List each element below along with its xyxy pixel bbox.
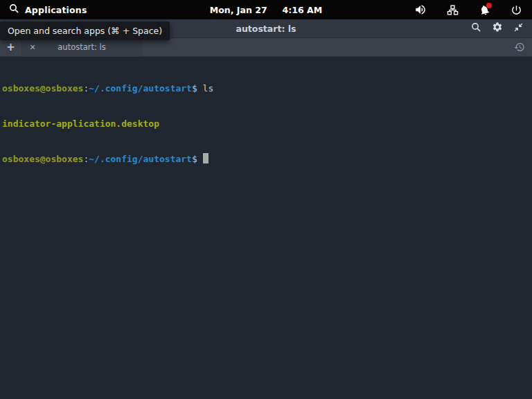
prompt-user: osboxes@osboxes — [2, 154, 83, 164]
network-icon[interactable] — [446, 3, 459, 16]
terminal-line: indicator-application.desktop — [2, 118, 532, 130]
ls-output: indicator-application.desktop — [2, 118, 159, 129]
notifications-icon[interactable] — [478, 3, 490, 16]
prompt-user: osboxes@osboxes — [2, 83, 83, 94]
prompt-path: ~/.config/autostart — [89, 154, 192, 164]
tab-autostart[interactable]: ✕ autostart: ls — [22, 38, 142, 57]
system-tray — [414, 3, 532, 16]
tab-label: autostart: ls — [22, 42, 141, 52]
applications-label: Applications — [25, 5, 87, 15]
new-tab-button[interactable]: + — [0, 38, 22, 57]
tab-bar: + ✕ autostart: ls — [0, 38, 532, 57]
search-icon — [8, 3, 19, 17]
volume-icon[interactable] — [414, 3, 427, 16]
panel-date: Mon, Jan 27 — [210, 5, 267, 15]
terminal-line: osboxes@osboxes:~/.config/autostart$ ls — [2, 82, 532, 94]
terminal-cursor — [203, 153, 209, 163]
history-icon[interactable] — [514, 42, 532, 53]
power-icon[interactable] — [510, 3, 522, 16]
top-panel: Applications Mon, Jan 27 4:16 AM — [0, 0, 532, 19]
panel-time: 4:16 AM — [283, 5, 323, 15]
titlebar-actions — [470, 21, 532, 35]
search-icon[interactable] — [470, 21, 481, 35]
prompt-path: ~/.config/autostart — [89, 83, 192, 94]
notification-badge — [486, 3, 492, 8]
terminal-line: osboxes@osboxes:~/.config/autostart$ — [2, 153, 532, 165]
desktop-screen: Applications Mon, Jan 27 4:16 AM — [0, 0, 532, 399]
prompt-symbol: $ — [192, 83, 203, 94]
command-text: ls — [203, 83, 214, 94]
terminal-output[interactable]: osboxes@osboxes:~/.config/autostart$ ls … — [0, 57, 532, 399]
applications-menu-button[interactable]: Applications — [0, 3, 87, 17]
applications-tooltip: Open and search apps (⌘ + Space) — [0, 21, 170, 40]
prompt-symbol: $ — [192, 154, 203, 164]
compress-icon[interactable] — [513, 22, 524, 35]
gear-icon[interactable] — [492, 21, 503, 35]
